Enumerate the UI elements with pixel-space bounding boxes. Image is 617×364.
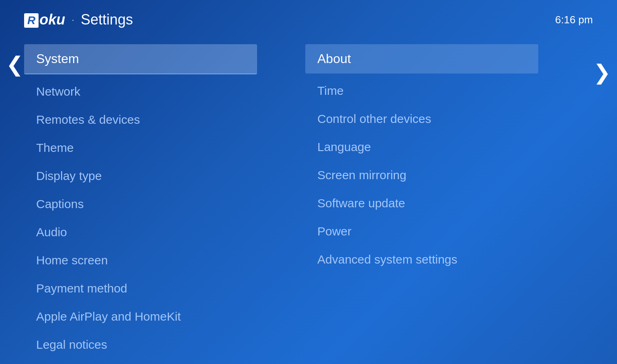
left-menu-item[interactable]: Theme xyxy=(24,134,257,162)
clock: 6:16 pm xyxy=(555,14,593,26)
roku-logo-r: R xyxy=(24,13,39,28)
header-separator: · xyxy=(72,14,74,25)
right-menu-item[interactable]: Time xyxy=(305,77,538,105)
left-menu-item[interactable]: Payment method xyxy=(24,274,257,303)
left-menu-item-label: Audio xyxy=(36,225,67,239)
system-item-label: System xyxy=(36,51,79,66)
right-menu-item-label: Software update xyxy=(317,196,405,210)
main-content: ❮ System Network Remotes & devices Theme… xyxy=(0,36,617,359)
right-menu-item[interactable]: Screen mirroring xyxy=(305,161,538,189)
left-menu-item-label: Remotes & devices xyxy=(36,113,140,126)
header: Roku · Settings 6:16 pm xyxy=(0,0,617,36)
header-left: Roku · Settings xyxy=(24,11,133,28)
left-menu-item[interactable]: Audio xyxy=(24,218,257,246)
right-menu-item[interactable]: Power xyxy=(305,217,538,245)
right-menu-item[interactable]: Advanced system settings xyxy=(305,245,538,274)
left-menu-item[interactable]: Home screen xyxy=(24,246,257,274)
left-menu-item[interactable]: Network xyxy=(24,78,257,106)
page-title: Settings xyxy=(81,11,133,28)
right-menu-item[interactable]: Software update xyxy=(305,189,538,217)
about-item-label: About xyxy=(317,51,351,66)
left-menu-item-label: Legal notices xyxy=(36,338,107,351)
right-menu-item[interactable]: Language xyxy=(305,133,538,161)
right-menu-item-label: Control other devices xyxy=(317,112,431,125)
left-menu-item[interactable]: Display type xyxy=(24,162,257,190)
left-menu-selected-item[interactable]: System xyxy=(24,44,257,74)
left-panel: System Network Remotes & devices Theme D… xyxy=(0,44,289,359)
left-menu-item[interactable]: Legal notices xyxy=(24,331,257,359)
left-menu-item[interactable]: Remotes & devices xyxy=(24,106,257,134)
left-menu-item[interactable]: Captions xyxy=(24,190,257,218)
left-menu-item-label: Home screen xyxy=(36,254,108,267)
roku-logo: Roku xyxy=(24,11,65,28)
left-menu-item-label: Captions xyxy=(36,197,84,211)
right-menu-item-label: Time xyxy=(317,84,344,97)
right-menu-item-label: Advanced system settings xyxy=(317,253,458,266)
left-menu-item-label: Network xyxy=(36,85,80,98)
left-menu-item-label: Apple AirPlay and HomeKit xyxy=(36,310,181,323)
left-menu-item[interactable]: Apple AirPlay and HomeKit xyxy=(24,303,257,331)
right-menu-item-label: Power xyxy=(317,225,351,238)
left-menu-item-label: Payment method xyxy=(36,282,127,295)
right-panel: About Time Control other devices Languag… xyxy=(289,44,617,359)
right-menu-item[interactable]: Control other devices xyxy=(305,105,538,133)
right-menu-item-label: Screen mirroring xyxy=(317,168,407,182)
right-menu-selected-item[interactable]: About xyxy=(305,44,538,74)
left-menu-item-label: Theme xyxy=(36,141,74,154)
left-menu-item-label: Display type xyxy=(36,169,102,182)
back-arrow[interactable]: ❮ xyxy=(6,52,24,76)
right-menu-item-label: Language xyxy=(317,140,371,153)
forward-arrow[interactable]: ❯ xyxy=(593,60,611,84)
